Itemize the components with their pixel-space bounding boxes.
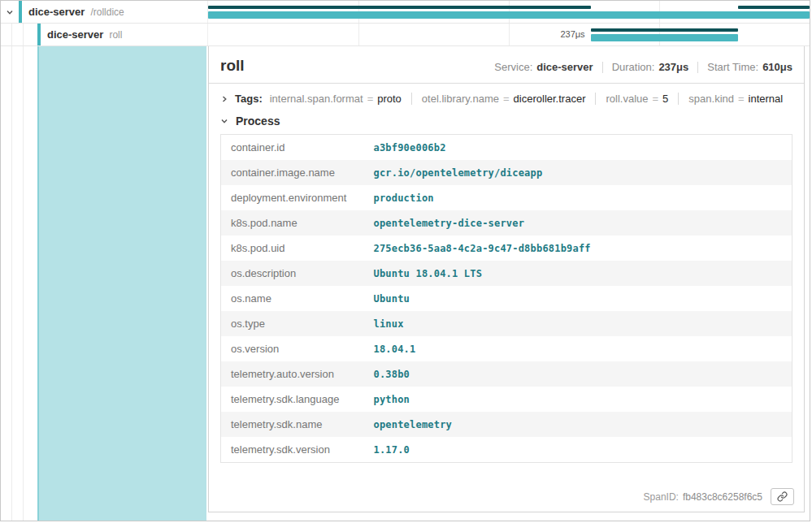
process-key: k8s.pod.uid [221, 236, 364, 261]
tag-equals: = [738, 93, 745, 105]
process-label: Process [236, 115, 280, 128]
span-operation-name: roll [109, 29, 122, 41]
process-value: Ubuntu 18.04.1 LTS [364, 261, 792, 286]
start-time-value: 610μs [762, 61, 792, 73]
timeline-tick [509, 24, 510, 45]
chevron-right-icon [220, 95, 228, 103]
tag-value: proto [377, 93, 402, 105]
tag-value: 5 [662, 93, 668, 105]
duration-value: 237μs [658, 61, 688, 73]
indent-guide-line [23, 46, 24, 521]
process-value: python [364, 387, 792, 412]
span-detail-header: roll Service: dice-server Duration: 237μ… [209, 46, 804, 84]
table-row: container.image.name gcr.io/opentelemetr… [221, 160, 792, 185]
process-key: os.description [221, 261, 364, 286]
meta-separator [697, 62, 698, 73]
tag-value: internal [749, 93, 784, 105]
tag-separator [678, 93, 679, 105]
span-detail-footer: SpanID: fb483c8c6258f6c5 [644, 488, 794, 505]
timeline-tick [358, 24, 359, 45]
span-row-child[interactable]: dice-server roll 237μs [1, 24, 810, 46]
critical-path-parent-1 [208, 6, 591, 9]
process-key: os.name [221, 286, 364, 311]
table-row: k8s.pod.uid 275ecb36-5aa8-4c2a-9c47-d8bb… [221, 236, 792, 261]
link-icon [777, 491, 788, 502]
duration-label: Duration: [612, 61, 655, 73]
span-color-bar [37, 24, 41, 45]
tag-separator [411, 93, 412, 105]
collapse-chevron-button[interactable] [1, 8, 19, 16]
deep-link-button[interactable] [771, 488, 794, 505]
process-value: production [364, 185, 792, 210]
table-row: k8s.pod.name opentelemetry-dice-server [221, 210, 792, 236]
indent-guide-line [23, 24, 24, 45]
tag-key: otel.library.name [422, 93, 499, 105]
jaeger-trace-view: dice-server /rolldice dice-server roll [0, 0, 810, 521]
table-row: telemetry.sdk.name opentelemetry [221, 412, 792, 437]
detail-gutter [1, 46, 208, 521]
process-key: deployment.environment [221, 185, 364, 210]
span-color-bar [19, 1, 22, 23]
tag-item: internal.span.format = proto [270, 93, 402, 105]
span-duration-label: 237μs [560, 29, 590, 39]
indent-guides [1, 24, 37, 45]
span-detail-row: roll Service: dice-server Duration: 237μ… [1, 46, 810, 521]
table-row: os.version 18.04.1 [221, 336, 792, 361]
chevron-down-icon [6, 8, 14, 16]
indent-guide-line [11, 24, 12, 45]
table-row: container.id a3bf90e006b2 [221, 135, 792, 161]
span-row-parent[interactable]: dice-server /rolldice [1, 1, 810, 24]
process-accordion-toggle[interactable]: Process [209, 113, 804, 134]
span-timeline-parent[interactable] [208, 1, 810, 23]
table-row: os.description Ubuntu 18.04.1 LTS [221, 261, 792, 286]
span-name-cell-parent[interactable]: dice-server /rolldice [1, 1, 208, 23]
process-value: 18.04.1 [364, 336, 792, 361]
indent-guide-line [11, 46, 12, 521]
span-detail-panel: roll Service: dice-server Duration: 237μ… [208, 46, 805, 512]
tag-key: span.kind [688, 93, 734, 105]
process-value: 1.17.0 [364, 437, 792, 463]
span-operation-name: /rolldice [90, 6, 124, 18]
tags-accordion-toggle[interactable]: Tags: internal.span.format = proto otel.… [209, 84, 804, 113]
process-value: linux [364, 311, 792, 336]
span-service-name: dice-server [28, 6, 85, 18]
process-value: 0.38b0 [364, 361, 792, 387]
span-timeline-child[interactable]: 237μs [208, 24, 810, 45]
table-row: os.name Ubuntu [221, 286, 792, 311]
process-key: telemetry.sdk.language [221, 387, 364, 412]
process-kv-table: container.id a3bf90e006b2 container.imag… [220, 134, 792, 463]
process-value: opentelemetry [364, 412, 792, 437]
tag-equals: = [653, 93, 659, 105]
tag-key: roll.value [606, 93, 648, 105]
spanid-label: SpanID: [644, 491, 679, 503]
child-span-bar[interactable] [591, 34, 738, 41]
spanid-value: fb483c8c6258f6c5 [683, 491, 762, 503]
tag-item: span.kind = internal [688, 93, 783, 105]
critical-path-parent-2 [738, 6, 810, 9]
process-value: 275ecb36-5aa8-4c2a-9c47-d8bb681b9aff [364, 236, 792, 261]
process-value: gcr.io/opentelemetry/diceapp [364, 160, 792, 185]
process-key: telemetry.auto.version [221, 361, 364, 387]
meta-separator [602, 62, 603, 73]
span-name-cell-child[interactable]: dice-server roll [1, 24, 208, 45]
tags-label: Tags: [235, 93, 263, 105]
process-value: opentelemetry-dice-server [364, 210, 792, 236]
process-value: Ubuntu [364, 286, 792, 311]
tag-equals: = [367, 93, 374, 105]
table-row: deployment.environment production [221, 185, 792, 210]
process-key: k8s.pod.name [221, 210, 364, 236]
parent-span-bar[interactable] [208, 11, 810, 19]
process-key: os.version [221, 336, 364, 361]
table-row: telemetry.sdk.language python [221, 387, 792, 412]
service-value: dice-server [536, 61, 593, 73]
table-row: telemetry.auto.version 0.38b0 [221, 361, 792, 387]
table-row: telemetry.sdk.version 1.17.0 [221, 437, 792, 463]
selected-span-band[interactable] [37, 46, 206, 521]
span-meta: Service: dice-server Duration: 237μs Sta… [494, 61, 792, 73]
process-key: os.type [221, 311, 364, 336]
span-service-name: dice-server [47, 28, 103, 41]
process-key: container.image.name [221, 160, 364, 185]
process-value: a3bf90e006b2 [364, 135, 792, 161]
chevron-down-icon [220, 117, 228, 125]
start-time-label: Start Time: [707, 61, 758, 73]
